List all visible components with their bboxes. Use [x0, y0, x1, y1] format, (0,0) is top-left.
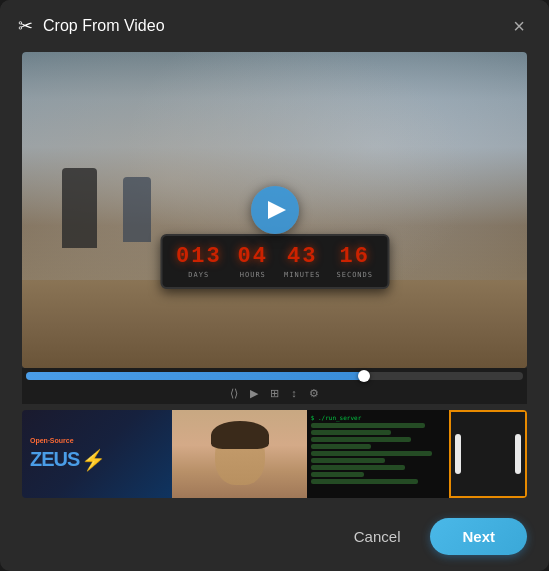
code-line-5 — [311, 451, 432, 456]
toolbar-icon-3[interactable]: ⊞ — [270, 387, 279, 400]
person-hair — [211, 421, 269, 449]
thumbnail-crop-selected[interactable] — [449, 410, 527, 498]
modal-title: Crop From Video — [43, 17, 165, 35]
toolbar-row: ⟨⟩ ▶ ⊞ ↕ ⚙ — [22, 382, 527, 404]
scrubber-thumb[interactable] — [358, 370, 370, 382]
play-icon — [268, 201, 286, 219]
crop-handles — [455, 416, 521, 492]
timeline-bar[interactable] — [22, 368, 527, 382]
person-silhouette-right — [123, 177, 151, 242]
modal-header: ✂ Crop From Video × — [0, 0, 549, 52]
clock-days-value: 013 — [176, 244, 222, 269]
crop-handle-left[interactable] — [455, 434, 461, 474]
crop-handle-right[interactable] — [515, 434, 521, 474]
header-left: ✂ Crop From Video — [18, 15, 165, 37]
zeus-text: ZEUS — [30, 448, 79, 471]
clock-minutes-value: 43 — [287, 244, 317, 269]
person-face — [215, 423, 265, 485]
clock-days-label: DAYS — [188, 271, 209, 279]
cancel-button[interactable]: Cancel — [336, 520, 419, 553]
toolbar-icon-2[interactable]: ▶ — [250, 387, 258, 400]
clock-seconds: 16 SECONDS — [337, 244, 374, 279]
code-line-7 — [311, 465, 405, 470]
code-line-9 — [311, 479, 418, 484]
open-source-label: Open·Source — [30, 437, 74, 444]
toolbar-icon-5[interactable]: ⚙ — [309, 387, 319, 400]
modal-footer: Cancel Next — [0, 506, 549, 571]
zeus-bolt-icon: ⚡ — [81, 448, 106, 472]
code-line-2 — [311, 430, 392, 435]
code-line-6 — [311, 458, 385, 463]
countdown-clock: 013 DAYS 04 HOURS 43 MINUTES 16 SECONDS — [160, 234, 389, 289]
scrubber-track[interactable] — [26, 372, 523, 380]
clock-minutes: 43 MINUTES — [284, 244, 321, 279]
code-line-1 — [311, 423, 425, 428]
clock-hours: 04 HOURS — [238, 244, 268, 279]
clock-seconds-label: SECONDS — [337, 271, 374, 279]
thumb1-logo-row: Open·Source — [30, 437, 74, 444]
zeus-logo: ZEUS ⚡ — [30, 448, 106, 472]
thumbnail-opensrc[interactable]: Open·Source ZEUS ⚡ — [22, 410, 172, 498]
clock-hours-label: HOURS — [240, 271, 266, 279]
thumbnail-code[interactable]: $ ./run_server — [307, 410, 449, 498]
scrubber-played — [26, 372, 364, 380]
code-line-4 — [311, 444, 371, 449]
crop-icon: ✂ — [18, 15, 33, 37]
desk-surface — [22, 280, 527, 368]
code-prompt: $ ./run_server — [311, 414, 445, 421]
next-button[interactable]: Next — [430, 518, 527, 555]
person-silhouette-left — [62, 168, 97, 248]
clock-seconds-value: 16 — [340, 244, 370, 269]
thumbnail-strip: Open·Source ZEUS ⚡ $ ./run_server — [22, 410, 527, 498]
play-button[interactable] — [251, 186, 299, 234]
main-video-preview: 013 DAYS 04 HOURS 43 MINUTES 16 SECONDS — [22, 52, 527, 368]
crop-from-video-modal: ✂ Crop From Video × 013 DAYS 04 HOURS 43 — [0, 0, 549, 571]
close-button[interactable]: × — [507, 14, 531, 38]
clock-hours-value: 04 — [238, 244, 268, 269]
thumbnail-person[interactable] — [172, 410, 306, 498]
toolbar-icon-4[interactable]: ↕ — [291, 387, 297, 399]
clock-minutes-label: MINUTES — [284, 271, 321, 279]
code-line-3 — [311, 437, 412, 442]
clock-days: 013 DAYS — [176, 244, 222, 279]
toolbar-icon-1[interactable]: ⟨⟩ — [230, 387, 238, 400]
code-line-8 — [311, 472, 365, 477]
